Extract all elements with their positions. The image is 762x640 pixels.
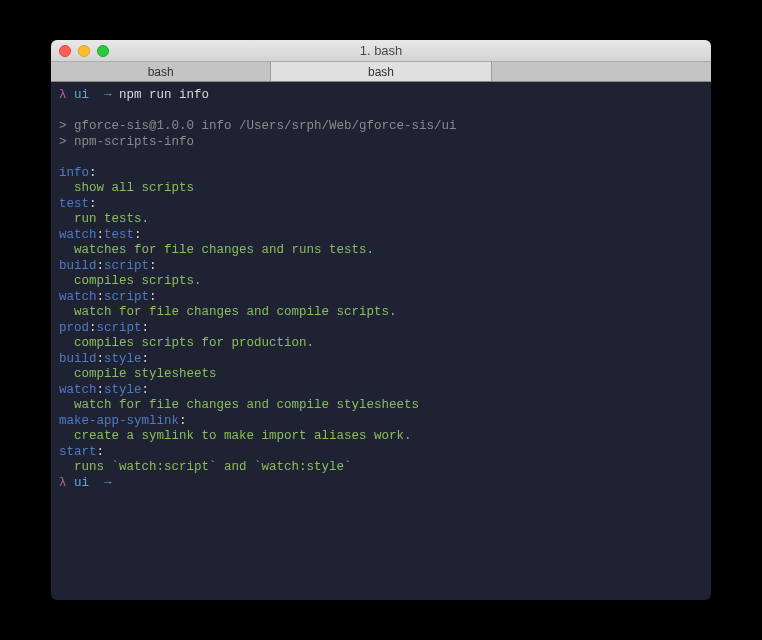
script-name: test [59, 197, 89, 211]
prompt-cwd-2: ui [74, 476, 89, 490]
script-name: watch:test [59, 228, 134, 242]
script-desc: compiles scripts. [74, 274, 202, 288]
maximize-icon[interactable] [97, 45, 109, 57]
tab-bash-1[interactable]: bash [51, 62, 271, 81]
window-title: 1. bash [360, 43, 403, 58]
script-desc: watch for file changes and compile scrip… [74, 305, 397, 319]
script-name: start [59, 445, 97, 459]
close-icon[interactable] [59, 45, 71, 57]
script-name: build:script [59, 259, 149, 273]
tab-empty[interactable] [492, 62, 711, 81]
prompt-arrow: → [104, 88, 112, 102]
script-name: watch:style [59, 383, 142, 397]
script-desc: show all scripts [74, 181, 194, 195]
npm-header-2: > npm-scripts-info [59, 135, 194, 149]
terminal-content[interactable]: λ ui → npm run info > gforce-sis@1.0.0 i… [51, 82, 711, 600]
script-name: watch:script [59, 290, 149, 304]
prompt-cwd: ui [74, 88, 89, 102]
script-name: info [59, 166, 89, 180]
script-desc: watches for file changes and runs tests. [74, 243, 374, 257]
traffic-lights [59, 45, 109, 57]
npm-header-1: > gforce-sis@1.0.0 info /Users/srph/Web/… [59, 119, 457, 133]
script-desc: watch for file changes and compile style… [74, 398, 419, 412]
script-name: prod:script [59, 321, 142, 335]
script-desc: runs `watch:script` and `watch:style` [74, 460, 352, 474]
prompt-lambda: λ [59, 88, 67, 102]
tab-bash-2[interactable]: bash [271, 62, 491, 81]
prompt-arrow-2: → [104, 476, 112, 490]
tabbar: bash bash [51, 62, 711, 82]
titlebar: 1. bash [51, 40, 711, 62]
terminal-window: 1. bash bash bash λ ui → npm run info > … [51, 40, 711, 600]
command-text: npm run info [119, 88, 209, 102]
script-desc: create a symlink to make import aliases … [74, 429, 412, 443]
script-desc: compile stylesheets [74, 367, 217, 381]
script-name: make-app-symlink [59, 414, 179, 428]
script-name: build:style [59, 352, 142, 366]
script-desc: run tests. [74, 212, 149, 226]
minimize-icon[interactable] [78, 45, 90, 57]
script-desc: compiles scripts for production. [74, 336, 314, 350]
prompt-lambda-2: λ [59, 476, 67, 490]
